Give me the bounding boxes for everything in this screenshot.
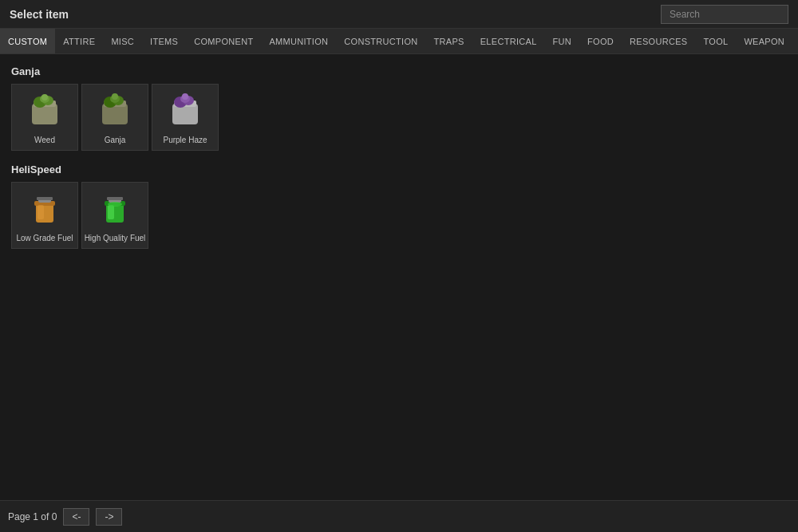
tab-items[interactable]: ITEMS [142, 29, 186, 53]
footer: Page 1 of 0 <- -> [0, 500, 798, 532]
section-ganja: Ganja Weed Ganja [11, 65, 787, 151]
tab-tool[interactable]: TOOL [695, 29, 736, 53]
item-name: Low Grade Fuel [16, 234, 73, 243]
section-label: HeliSpeed [11, 164, 787, 175]
category-tabs: CUSTOMATTIREMISCITEMSCOMPONENTAMMUNITION… [0, 29, 798, 54]
tab-weapon[interactable]: WEAPON [736, 29, 792, 53]
page-title: Select item [10, 8, 69, 21]
purple_haze-icon [164, 89, 206, 131]
item-card[interactable]: Purple Haze [152, 84, 219, 151]
tab-construction[interactable]: CONSTRUCTION [336, 29, 425, 53]
section-label: Ganja [11, 65, 787, 77]
item-name: Weed [34, 136, 55, 145]
prev-button[interactable]: <- [63, 508, 89, 526]
item-card[interactable]: Ganja [81, 84, 148, 151]
weed-icon [24, 89, 65, 131]
item-card[interactable]: Weed [11, 84, 78, 151]
search-input[interactable] [661, 5, 788, 24]
svg-point-11 [112, 93, 118, 100]
svg-point-5 [41, 94, 48, 100]
ganja-icon [94, 89, 136, 131]
tab-resources[interactable]: RESOURCES [622, 29, 695, 53]
section-helispeed: HeliSpeed Low Grade Fuel H [11, 164, 787, 249]
svg-rect-21 [38, 205, 44, 219]
tab-misc[interactable]: MISC [103, 29, 142, 53]
low_fuel-icon [24, 187, 65, 229]
page-info: Page 1 of 0 [8, 511, 57, 522]
item-name: Ganja [105, 136, 126, 145]
tab-custom[interactable]: CUSTOM [0, 29, 55, 53]
item-name: High Quality Fuel [85, 234, 146, 243]
item-card[interactable]: Low Grade Fuel [11, 182, 78, 249]
svg-rect-27 [107, 197, 123, 200]
svg-point-28 [108, 202, 122, 207]
main-content: Ganja Weed Ganja [0, 54, 798, 500]
next-button[interactable]: -> [96, 508, 122, 526]
tab-electrical[interactable]: ELECTRICAL [472, 29, 545, 53]
tab-attire[interactable]: ATTIRE [55, 29, 103, 53]
items-grid: Low Grade Fuel High Quality Fuel [11, 182, 787, 249]
high_fuel-icon [94, 187, 136, 229]
tab-food[interactable]: FOOD [579, 29, 622, 53]
svg-rect-22 [37, 197, 53, 200]
items-grid: Weed Ganja Purple Haze [11, 84, 787, 151]
item-name: Purple Haze [163, 136, 207, 145]
item-card[interactable]: High Quality Fuel [81, 182, 148, 249]
tab-component[interactable]: COMPONENT [186, 29, 261, 53]
svg-rect-26 [108, 205, 114, 219]
tab-traps[interactable]: TRAPS [426, 29, 472, 53]
header: Select item [0, 0, 798, 29]
svg-point-17 [182, 93, 188, 100]
tab-ammunition[interactable]: AMMUNITION [261, 29, 336, 53]
tab-medical[interactable]: MEDICAL [792, 29, 798, 53]
tab-fun[interactable]: FUN [545, 29, 580, 53]
